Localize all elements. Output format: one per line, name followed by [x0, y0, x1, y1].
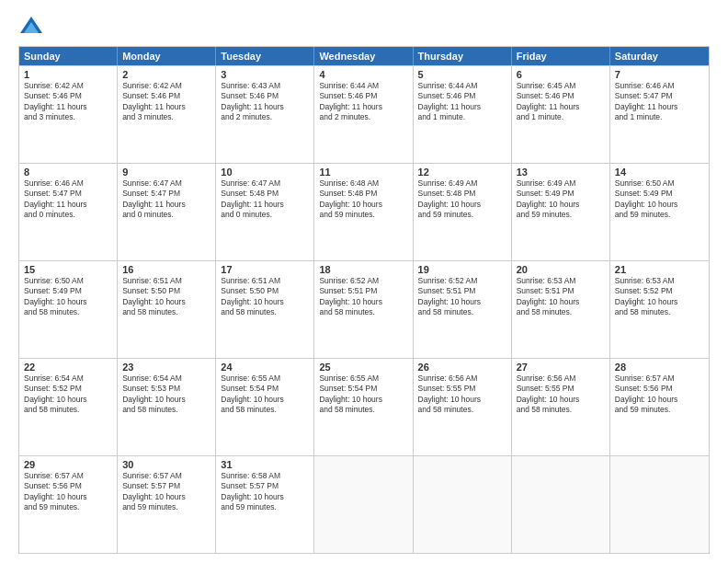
cal-cell-day-6: 6Sunrise: 6:45 AM Sunset: 5:46 PM Daylig… [512, 66, 610, 163]
day-info: Sunrise: 6:45 AM Sunset: 5:46 PM Dayligh… [517, 81, 605, 123]
day-number: 14 [615, 167, 704, 178]
cal-cell-day-5: 5Sunrise: 6:44 AM Sunset: 5:46 PM Daylig… [414, 66, 512, 163]
day-number: 5 [418, 69, 506, 80]
cal-cell-day-14: 14Sunrise: 6:50 AM Sunset: 5:49 PM Dayli… [610, 164, 709, 260]
day-number: 2 [122, 69, 210, 80]
day-info: Sunrise: 6:47 AM Sunset: 5:47 PM Dayligh… [122, 178, 210, 221]
calendar-row-1: 8Sunrise: 6:46 AM Sunset: 5:47 PM Daylig… [19, 163, 709, 260]
day-info: Sunrise: 6:44 AM Sunset: 5:46 PM Dayligh… [418, 81, 506, 123]
day-info: Sunrise: 6:42 AM Sunset: 5:46 PM Dayligh… [24, 81, 112, 123]
day-number: 20 [517, 264, 605, 275]
day-info: Sunrise: 6:48 AM Sunset: 5:48 PM Dayligh… [319, 178, 407, 221]
day-info: Sunrise: 6:52 AM Sunset: 5:51 PM Dayligh… [418, 276, 506, 318]
day-number: 16 [122, 264, 210, 275]
cal-cell-day-8: 8Sunrise: 6:46 AM Sunset: 5:47 PM Daylig… [19, 164, 118, 260]
cal-cell-day-21: 21Sunrise: 6:53 AM Sunset: 5:52 PM Dayli… [610, 261, 709, 358]
day-number: 28 [615, 362, 704, 373]
day-info: Sunrise: 6:55 AM Sunset: 5:54 PM Dayligh… [221, 373, 309, 416]
day-number: 29 [24, 459, 112, 470]
day-number: 21 [615, 264, 704, 275]
cal-cell-day-2: 2Sunrise: 6:42 AM Sunset: 5:46 PM Daylig… [118, 66, 216, 163]
cal-cell-day-17: 17Sunrise: 6:51 AM Sunset: 5:50 PM Dayli… [216, 261, 314, 358]
day-number: 18 [319, 264, 407, 275]
header-day-sunday: Sunday [19, 47, 118, 65]
day-info: Sunrise: 6:46 AM Sunset: 5:47 PM Dayligh… [24, 178, 112, 221]
day-number: 17 [221, 264, 309, 275]
calendar-row-3: 22Sunrise: 6:54 AM Sunset: 5:52 PM Dayli… [19, 358, 709, 455]
cal-cell-day-15: 15Sunrise: 6:50 AM Sunset: 5:49 PM Dayli… [19, 261, 118, 358]
cal-cell-day-11: 11Sunrise: 6:48 AM Sunset: 5:48 PM Dayli… [314, 164, 413, 260]
day-info: Sunrise: 6:54 AM Sunset: 5:52 PM Dayligh… [24, 373, 112, 416]
day-number: 3 [221, 69, 309, 80]
cal-cell-day-16: 16Sunrise: 6:51 AM Sunset: 5:50 PM Dayli… [118, 261, 216, 358]
day-info: Sunrise: 6:47 AM Sunset: 5:48 PM Dayligh… [221, 178, 309, 221]
cal-cell-empty [414, 456, 512, 553]
cal-cell-day-12: 12Sunrise: 6:49 AM Sunset: 5:48 PM Dayli… [414, 164, 512, 260]
day-number: 26 [418, 362, 506, 373]
day-info: Sunrise: 6:49 AM Sunset: 5:48 PM Dayligh… [418, 178, 506, 221]
cal-cell-day-3: 3Sunrise: 6:43 AM Sunset: 5:46 PM Daylig… [216, 66, 314, 163]
day-number: 1 [24, 69, 112, 80]
day-number: 8 [24, 167, 112, 178]
header-day-thursday: Thursday [414, 47, 512, 65]
day-number: 10 [221, 167, 309, 178]
cal-cell-day-7: 7Sunrise: 6:46 AM Sunset: 5:47 PM Daylig… [610, 66, 709, 163]
header-day-monday: Monday [118, 47, 216, 65]
cal-cell-day-27: 27Sunrise: 6:56 AM Sunset: 5:55 PM Dayli… [512, 359, 610, 455]
day-info: Sunrise: 6:46 AM Sunset: 5:47 PM Dayligh… [615, 81, 704, 123]
day-number: 27 [517, 362, 605, 373]
day-info: Sunrise: 6:43 AM Sunset: 5:46 PM Dayligh… [221, 81, 309, 123]
cal-cell-day-4: 4Sunrise: 6:44 AM Sunset: 5:46 PM Daylig… [314, 66, 413, 163]
cal-cell-empty [314, 456, 413, 553]
day-number: 22 [24, 362, 112, 373]
day-info: Sunrise: 6:57 AM Sunset: 5:56 PM Dayligh… [24, 471, 112, 513]
cal-cell-day-30: 30Sunrise: 6:57 AM Sunset: 5:57 PM Dayli… [118, 456, 216, 553]
day-number: 19 [418, 264, 506, 275]
day-info: Sunrise: 6:53 AM Sunset: 5:51 PM Dayligh… [517, 276, 605, 318]
day-info: Sunrise: 6:51 AM Sunset: 5:50 PM Dayligh… [122, 276, 210, 318]
header-day-wednesday: Wednesday [314, 47, 413, 65]
header-day-friday: Friday [512, 47, 610, 65]
day-info: Sunrise: 6:50 AM Sunset: 5:49 PM Dayligh… [615, 178, 704, 221]
cal-cell-day-20: 20Sunrise: 6:53 AM Sunset: 5:51 PM Dayli… [512, 261, 610, 358]
day-number: 6 [517, 69, 605, 80]
calendar-row-4: 29Sunrise: 6:57 AM Sunset: 5:56 PM Dayli… [19, 455, 709, 553]
day-number: 25 [319, 362, 407, 373]
page: SundayMondayTuesdayWednesdayThursdayFrid… [0, 0, 728, 563]
calendar: SundayMondayTuesdayWednesdayThursdayFrid… [18, 46, 710, 554]
cal-cell-day-18: 18Sunrise: 6:52 AM Sunset: 5:51 PM Dayli… [314, 261, 413, 358]
day-number: 12 [418, 167, 506, 178]
calendar-row-2: 15Sunrise: 6:50 AM Sunset: 5:49 PM Dayli… [19, 260, 709, 358]
day-info: Sunrise: 6:57 AM Sunset: 5:57 PM Dayligh… [122, 471, 210, 513]
header-day-saturday: Saturday [610, 47, 709, 65]
cal-cell-day-13: 13Sunrise: 6:49 AM Sunset: 5:49 PM Dayli… [512, 164, 610, 260]
cal-cell-day-31: 31Sunrise: 6:58 AM Sunset: 5:57 PM Dayli… [216, 456, 314, 553]
logo-icon [18, 15, 44, 37]
day-info: Sunrise: 6:52 AM Sunset: 5:51 PM Dayligh… [319, 276, 407, 318]
cal-cell-day-19: 19Sunrise: 6:52 AM Sunset: 5:51 PM Dayli… [414, 261, 512, 358]
header [18, 15, 710, 37]
day-info: Sunrise: 6:54 AM Sunset: 5:53 PM Dayligh… [122, 373, 210, 416]
day-info: Sunrise: 6:42 AM Sunset: 5:46 PM Dayligh… [122, 81, 210, 123]
calendar-row-0: 1Sunrise: 6:42 AM Sunset: 5:46 PM Daylig… [19, 65, 709, 163]
day-number: 23 [122, 362, 210, 373]
cal-cell-day-10: 10Sunrise: 6:47 AM Sunset: 5:48 PM Dayli… [216, 164, 314, 260]
cal-cell-day-28: 28Sunrise: 6:57 AM Sunset: 5:56 PM Dayli… [610, 359, 709, 455]
day-info: Sunrise: 6:56 AM Sunset: 5:55 PM Dayligh… [418, 373, 506, 416]
day-info: Sunrise: 6:56 AM Sunset: 5:55 PM Dayligh… [517, 373, 605, 416]
day-info: Sunrise: 6:58 AM Sunset: 5:57 PM Dayligh… [221, 471, 309, 513]
day-info: Sunrise: 6:57 AM Sunset: 5:56 PM Dayligh… [615, 373, 704, 416]
cal-cell-day-22: 22Sunrise: 6:54 AM Sunset: 5:52 PM Dayli… [19, 359, 118, 455]
day-number: 31 [221, 459, 309, 470]
cal-cell-day-1: 1Sunrise: 6:42 AM Sunset: 5:46 PM Daylig… [19, 66, 118, 163]
cal-cell-day-29: 29Sunrise: 6:57 AM Sunset: 5:56 PM Dayli… [19, 456, 118, 553]
cal-cell-day-25: 25Sunrise: 6:55 AM Sunset: 5:54 PM Dayli… [314, 359, 413, 455]
calendar-body: 1Sunrise: 6:42 AM Sunset: 5:46 PM Daylig… [19, 65, 709, 553]
cal-cell-day-24: 24Sunrise: 6:55 AM Sunset: 5:54 PM Dayli… [216, 359, 314, 455]
calendar-header: SundayMondayTuesdayWednesdayThursdayFrid… [19, 47, 709, 65]
day-number: 30 [122, 459, 210, 470]
day-number: 9 [122, 167, 210, 178]
cal-cell-empty [512, 456, 610, 553]
day-info: Sunrise: 6:53 AM Sunset: 5:52 PM Dayligh… [615, 276, 704, 318]
day-number: 4 [319, 69, 407, 80]
